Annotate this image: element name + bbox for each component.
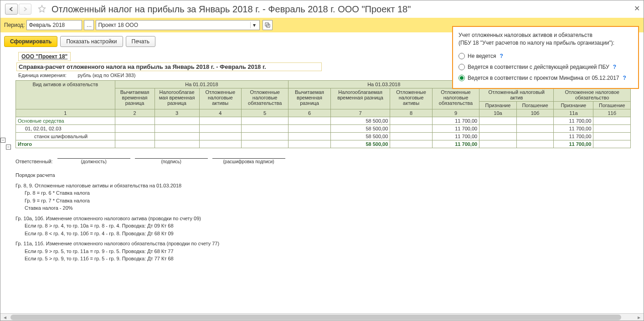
- titlebar: Отложенный налог на прибыль за Январь 20…: [0, 0, 644, 18]
- period-field[interactable]: Февраль 2018: [26, 20, 82, 30]
- settings-header: Учет отложенных налоговых активов и обяз…: [459, 31, 633, 47]
- radio-icon: [459, 53, 465, 59]
- report-title: Справка-расчет отложенного налога на при…: [16, 62, 322, 71]
- settings-option-1[interactable]: Не ведется?: [459, 51, 633, 62]
- help-icon[interactable]: ?: [500, 53, 503, 59]
- tree-controls: − −: [0, 138, 11, 151]
- unit-row: Единица измерения: рубль (код по ОКЕИ 38…: [16, 72, 322, 78]
- report-area[interactable]: ООО "Проект 18" Справка-расчет отложенно…: [0, 51, 644, 313]
- settings-popup: Учет отложенных налоговых активов и обяз…: [452, 26, 639, 89]
- settings-option-2[interactable]: Ведется в соответствии с действующей ред…: [459, 62, 633, 72]
- period-label: Период:: [4, 22, 25, 28]
- settings-option-3[interactable]: Ведется в соответствии с проектом Минфин…: [459, 72, 633, 83]
- col-group: На 01.03.2018: [289, 81, 479, 88]
- close-button[interactable]: ✕: [634, 4, 640, 13]
- report-org: ООО "Проект 18": [18, 52, 71, 61]
- horizontal-scrollbar[interactable]: ◂ ▸: [0, 313, 644, 321]
- table-row[interactable]: станок шлифовальный 58 500,0011 700,0011…: [16, 133, 631, 140]
- total-row: Итого 58 500,0011 700,0011 700,00: [16, 140, 631, 148]
- col-numbers-row: 12345678910а10б11а11б: [16, 109, 631, 117]
- org-dropdown-icon[interactable]: ▾: [250, 22, 258, 28]
- table-row[interactable]: 01, 02.01, 02.03 58 500,0011 700,0011 70…: [16, 125, 631, 133]
- report-header: ООО "Проект 18" Справка-расчет отложенно…: [15, 51, 323, 79]
- calc-order: Порядок расчета Гр. 8, 9. Отложенные нал…: [15, 171, 637, 263]
- favorite-icon[interactable]: [37, 4, 47, 14]
- help-icon[interactable]: ?: [613, 64, 616, 70]
- print-button[interactable]: Печать: [126, 36, 155, 47]
- window-title: Отложенный налог на прибыль за Январь 20…: [52, 4, 411, 15]
- help-icon[interactable]: ?: [623, 75, 626, 81]
- app-window: Отложенный налог на прибыль за Январь 20…: [0, 0, 644, 321]
- org-open-button[interactable]: [263, 20, 273, 30]
- radio-icon: [459, 75, 465, 81]
- back-button[interactable]: [5, 4, 18, 15]
- scroll-right-icon[interactable]: ▸: [635, 314, 643, 321]
- period-picker-button[interactable]: …: [84, 20, 94, 30]
- generate-button[interactable]: Сформировать: [4, 36, 57, 47]
- col-group: На 01.01.2018: [115, 81, 289, 88]
- signatures: Ответственный: (должность) (подпись) (ра…: [15, 154, 637, 164]
- forward-button[interactable]: [19, 4, 31, 15]
- show-settings-button[interactable]: Показать настройки: [60, 36, 123, 47]
- scrollbar-thumb[interactable]: [10, 315, 621, 320]
- org-field[interactable]: Проект 18 ООО ▾: [96, 20, 260, 30]
- tree-collapse-button[interactable]: −: [0, 138, 5, 143]
- table-row[interactable]: Основные средства 58 500,0011 700,0011 7…: [16, 117, 631, 125]
- data-table: Вид активов и обязательств На 01.01.2018…: [15, 80, 631, 148]
- col-header: Вид активов и обязательств: [16, 81, 115, 109]
- radio-icon: [459, 64, 465, 70]
- scroll-left-icon[interactable]: ◂: [1, 314, 9, 321]
- tree-collapse-button[interactable]: −: [6, 145, 11, 150]
